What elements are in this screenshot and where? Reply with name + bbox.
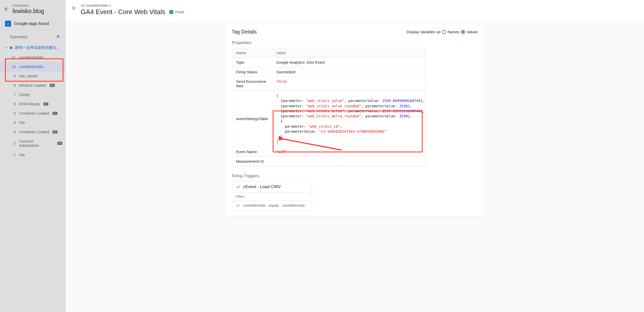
col-value: Value xyxy=(272,48,425,57)
page-row[interactable]: 跟我一起學習最新的數位... xyxy=(0,43,66,53)
properties-section-title: Properties xyxy=(232,40,478,45)
code-icon: </> xyxy=(53,112,57,115)
domain-name: lewisko.blog xyxy=(13,8,44,15)
event-list: 11coreWebVitals10coreWebVitals9site_spee… xyxy=(0,53,66,159)
page-title: 跟我一起學習最新的數位... xyxy=(15,45,60,50)
sidebar-event-item[interactable]: 8Window Loaded</> xyxy=(0,81,66,90)
code-icon: </> xyxy=(44,102,48,106)
table-row: Measurement ID xyxy=(232,157,425,166)
code-icon: </> xyxy=(50,84,55,87)
code-icon: </> xyxy=(57,142,62,145)
close-icon[interactable] xyxy=(71,5,77,11)
connection-status: Connected xyxy=(13,4,44,7)
sidebar-event-item[interactable]: 5Container Loaded</> xyxy=(0,109,66,118)
radio-names[interactable] xyxy=(442,30,446,34)
svg-point-0 xyxy=(169,10,173,14)
main-panel: 10 coreWebVitals > GA4 Event - Core Web … xyxy=(66,0,644,312)
tags-found-row[interactable]: 2 Google tags found xyxy=(0,18,66,30)
radio-values[interactable] xyxy=(461,30,465,34)
sidebar-event-item[interactable]: 7Clarity xyxy=(0,90,66,99)
sidebar: Connected lewisko.blog 2 Google tags fou… xyxy=(0,0,66,312)
check-icon xyxy=(236,184,241,189)
sidebar-event-item[interactable]: 2Consent Initialization</> xyxy=(0,136,66,150)
tag-details-title: Tag Details xyxy=(232,29,257,35)
trigger-card[interactable]: cEvent - Load CWV Filters coreWebVitals … xyxy=(232,181,312,211)
filters-label: Filters xyxy=(232,193,312,201)
check-icon xyxy=(236,203,240,208)
check-circle-icon xyxy=(169,10,174,15)
table-row: Send Ecommerce data false xyxy=(232,77,425,91)
sidebar-event-item[interactable]: 3Container Loaded</> xyxy=(0,127,66,136)
close-icon[interactable] xyxy=(3,6,9,12)
sidebar-event-item[interactable]: 6DOM Ready</> xyxy=(0,99,66,109)
table-row: Type Google Analytics: GA4 Event xyxy=(232,58,425,67)
breadcrumb[interactable]: 10 coreWebVitals > xyxy=(81,4,184,8)
sidebar-event-item[interactable]: 1Set xyxy=(0,150,66,159)
table-row: eventSettingsTable [ {parameter: "web_vi… xyxy=(232,91,425,147)
page-title: GA4 Event - Core Web Vitals xyxy=(81,8,165,16)
code-icon: </> xyxy=(53,130,57,133)
trigger-name: cEvent - Load CWV xyxy=(243,184,281,189)
properties-table: Name Value Type Google Analytics: GA4 Ev… xyxy=(232,48,425,166)
sidebar-event-item[interactable]: 10coreWebVitals xyxy=(0,62,66,71)
tags-count-badge: 2 xyxy=(5,21,11,27)
filter-row: coreWebVitals equals coreWebVitals xyxy=(232,201,312,210)
sidebar-event-item[interactable]: 9site_speed xyxy=(0,71,66,81)
summary-label[interactable]: Summary xyxy=(10,35,27,39)
sidebar-event-item[interactable]: 4Set xyxy=(0,118,66,127)
clear-icon[interactable] xyxy=(56,34,61,40)
sidebar-event-item[interactable]: 11coreWebVitals xyxy=(0,53,66,62)
table-row: Firing Status Succeeded xyxy=(232,67,425,77)
table-row: Event Name "LCP" xyxy=(232,147,425,157)
fired-badge: Fired xyxy=(169,10,184,15)
firing-triggers-section-title: Firing Triggers xyxy=(232,174,478,179)
col-name: Name xyxy=(232,48,272,57)
event-settings-value: [ {parameter: "web_vitals_value", parame… xyxy=(272,91,429,147)
tags-found-label: Google tags found xyxy=(14,21,49,26)
display-variables-radio-group: Display Variables as Names Values xyxy=(407,30,478,34)
